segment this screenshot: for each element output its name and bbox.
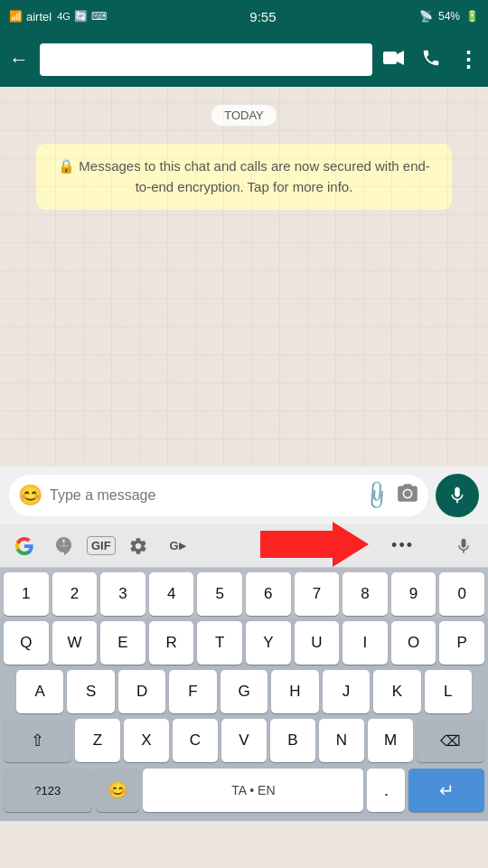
- battery-icon: 🔋: [465, 10, 479, 23]
- key-a[interactable]: A: [16, 670, 63, 713]
- key-0[interactable]: 0: [439, 572, 484, 616]
- key-o[interactable]: O: [391, 621, 436, 665]
- key-l[interactable]: L: [425, 670, 472, 713]
- sync-icon: 🔄: [74, 10, 88, 23]
- svg-marker-4: [260, 522, 369, 567]
- attach-button[interactable]: 📎: [360, 478, 393, 512]
- signal-icon: 📶: [9, 10, 23, 23]
- key-w[interactable]: W: [52, 621, 98, 665]
- status-left: 📶 airtel 4G 🔄 ⌨: [9, 10, 107, 24]
- svg-point-2: [404, 490, 411, 497]
- space-key[interactable]: TA • EN: [143, 769, 363, 812]
- key-r[interactable]: R: [149, 621, 194, 665]
- key-x[interactable]: X: [124, 719, 169, 762]
- key-1[interactable]: 1: [4, 572, 49, 616]
- gif-button[interactable]: GIF: [87, 536, 116, 555]
- key-c[interactable]: C: [173, 719, 218, 762]
- key-t[interactable]: T: [197, 621, 242, 665]
- key-v[interactable]: V: [221, 719, 267, 762]
- date-badge: TODAY: [211, 105, 277, 126]
- key-7[interactable]: 7: [295, 572, 340, 616]
- svg-marker-1: [397, 51, 404, 65]
- contact-name-box: [40, 43, 372, 76]
- key-i[interactable]: I: [343, 621, 388, 665]
- key-n[interactable]: N: [319, 719, 364, 762]
- enter-key[interactable]: ↵: [408, 769, 484, 812]
- app-bar: ← ⋮: [0, 33, 488, 87]
- key-q[interactable]: Q: [4, 621, 49, 665]
- mic-button[interactable]: [436, 474, 479, 517]
- network-type: 4G: [57, 11, 70, 22]
- key-s[interactable]: S: [67, 670, 114, 713]
- num-sym-key[interactable]: ?123: [4, 769, 92, 812]
- key-u[interactable]: U: [295, 621, 340, 665]
- zxcv-row: ⇧ Z X C V B N M ⌫: [0, 716, 488, 765]
- asdf-row: A S D F G H J K L: [0, 667, 488, 716]
- encryption-notice[interactable]: 🔒 Messages to this chat and calls are no…: [36, 144, 452, 210]
- key-m[interactable]: M: [368, 719, 413, 762]
- keyboard-mic-button[interactable]: [446, 529, 481, 563]
- key-e[interactable]: E: [100, 621, 145, 665]
- qwerty-row: Q W E R T Y U I O P: [0, 618, 488, 667]
- clock: 9:55: [249, 9, 276, 24]
- google-button[interactable]: [7, 529, 42, 563]
- keyboard-toolbar: GIF G▶ •••: [0, 524, 488, 568]
- wifi-icon: 📡: [419, 10, 433, 23]
- more-options-button[interactable]: ⋮: [457, 47, 479, 72]
- key-y[interactable]: Y: [246, 621, 291, 665]
- sticker-button[interactable]: [47, 529, 81, 563]
- keyboard: 1 2 3 4 5 6 7 8 9 0 Q W E R T Y U I O P …: [0, 568, 488, 821]
- svg-rect-3: [60, 545, 69, 547]
- key-f[interactable]: F: [169, 670, 216, 713]
- key-3[interactable]: 3: [100, 572, 145, 616]
- emoji-button[interactable]: 😊: [18, 484, 42, 507]
- svg-rect-0: [383, 52, 397, 64]
- keyboard-icon: ⌨: [91, 10, 107, 23]
- period-key[interactable]: .: [367, 769, 405, 812]
- key-h[interactable]: H: [271, 670, 318, 713]
- backspace-key[interactable]: ⌫: [417, 719, 484, 762]
- key-8[interactable]: 8: [343, 572, 388, 616]
- battery-label: 54%: [438, 10, 460, 23]
- toolbar-right: •••: [201, 536, 441, 555]
- key-z[interactable]: Z: [75, 719, 120, 762]
- emoji-key[interactable]: 😊: [96, 769, 140, 812]
- key-k[interactable]: K: [373, 670, 420, 713]
- camera-button[interactable]: [396, 481, 419, 510]
- key-5[interactable]: 5: [197, 572, 242, 616]
- app-bar-icons: ⋮: [383, 47, 479, 72]
- key-b[interactable]: B: [270, 719, 315, 762]
- back-button[interactable]: ←: [9, 48, 29, 71]
- key-d[interactable]: D: [118, 670, 165, 713]
- bottom-row: ?123 😊 TA • EN . ↵: [0, 765, 488, 817]
- more-tools-button[interactable]: •••: [391, 536, 414, 555]
- red-arrow-annotation: [260, 522, 369, 571]
- key-g[interactable]: G: [221, 670, 267, 713]
- chat-area: TODAY 🔒 Messages to this chat and calls …: [0, 87, 488, 467]
- key-2[interactable]: 2: [52, 572, 98, 616]
- translate-button[interactable]: G▶: [161, 529, 195, 563]
- key-4[interactable]: 4: [149, 572, 194, 616]
- key-9[interactable]: 9: [391, 572, 436, 616]
- key-j[interactable]: J: [323, 670, 370, 713]
- status-bar: 📶 airtel 4G 🔄 ⌨ 9:55 📡 54% 🔋: [0, 0, 488, 33]
- key-6[interactable]: 6: [246, 572, 291, 616]
- key-p[interactable]: P: [439, 621, 484, 665]
- carrier-label: airtel: [26, 10, 52, 24]
- phone-call-button[interactable]: [421, 48, 441, 72]
- message-input[interactable]: [50, 487, 357, 504]
- message-input-box: 😊 📎: [9, 475, 428, 516]
- status-right: 📡 54% 🔋: [419, 10, 479, 23]
- number-row: 1 2 3 4 5 6 7 8 9 0: [0, 568, 488, 618]
- input-area: 😊 📎: [0, 467, 488, 524]
- shift-key[interactable]: ⇧: [4, 719, 71, 762]
- keyboard-settings-button[interactable]: [121, 529, 155, 563]
- video-call-button[interactable]: [383, 50, 405, 71]
